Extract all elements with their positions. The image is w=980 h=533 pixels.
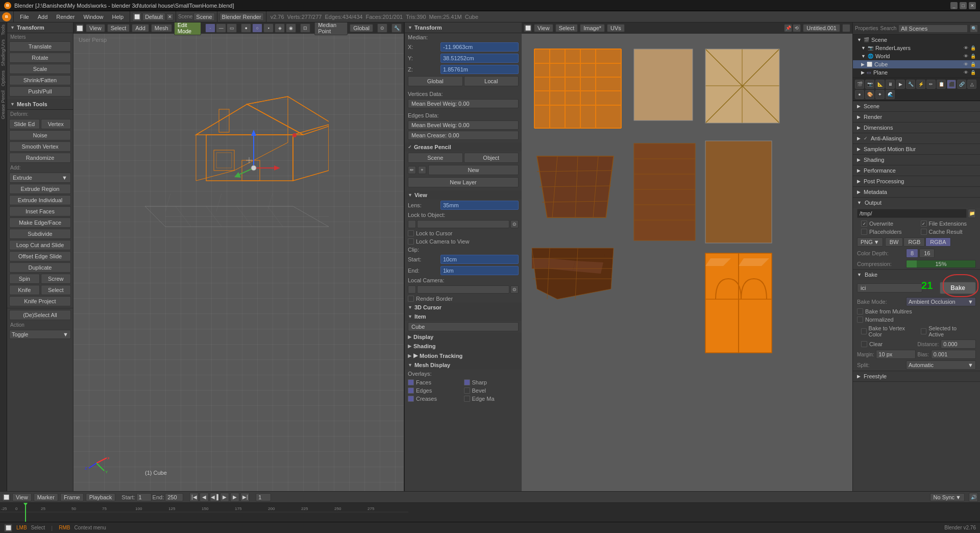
bias-field[interactable]: 0.001: [931, 350, 976, 359]
local-cam-browse[interactable]: ⊙: [510, 285, 519, 294]
viewport-shading-wire[interactable]: ○: [252, 23, 262, 33]
face-select-mode[interactable]: ▭: [227, 23, 237, 33]
action-toggle-dropdown[interactable]: Toggle▼: [9, 330, 71, 339]
slide-ed-button[interactable]: Slide Ed: [9, 119, 40, 129]
file-extensions-checkbox-row[interactable]: File Extensions: [917, 220, 976, 228]
grease-pencil-header[interactable]: ✓ Grease Pencil: [405, 142, 522, 152]
placeholders-checkbox[interactable]: [861, 229, 867, 235]
viewport-shading-material[interactable]: ◈: [275, 23, 285, 33]
end-clip-field[interactable]: 1km: [440, 266, 519, 275]
editor-type-icon[interactable]: ⬜: [132, 12, 141, 21]
viewport-shading-solid[interactable]: ●: [241, 23, 251, 33]
play-back-btn[interactable]: ◀▐: [210, 493, 219, 502]
randomize-button[interactable]: Randomize: [9, 153, 71, 163]
cache-result-checkbox[interactable]: [921, 229, 927, 235]
transform-global-dropdown[interactable]: Global: [350, 24, 373, 32]
view-header[interactable]: ▼ View: [405, 190, 522, 200]
prop-scene-icon[interactable]: 🎬: [855, 80, 864, 89]
tools-vertical-tab[interactable]: Tools: [0, 22, 7, 37]
viewport-shading-render[interactable]: ◉: [286, 23, 296, 33]
uv-tool-icon[interactable]: [842, 24, 850, 32]
lock-obj-icon[interactable]: [408, 220, 416, 228]
mean-bevel-weig-v[interactable]: Mean Bevel Weig: 0.00: [408, 99, 519, 108]
extrude-region-button[interactable]: Extrude Region: [9, 184, 71, 194]
prop-dimensions-icon[interactable]: 📐: [875, 80, 885, 89]
local-cam-icon[interactable]: [408, 285, 416, 294]
timeline-audio-icon[interactable]: 🔊: [969, 493, 978, 502]
timeline-editor-type[interactable]: ⬜: [2, 493, 10, 501]
item-field[interactable]: Cube: [408, 322, 519, 331]
bake-multires-checkbox[interactable]: [857, 308, 863, 314]
display-header[interactable]: ▶ Display: [405, 332, 522, 342]
spin-button[interactable]: Spin: [9, 274, 40, 284]
output-path-browse[interactable]: 📁: [968, 209, 976, 218]
color-depth-8[interactable]: 8: [906, 249, 918, 258]
output-path-field[interactable]: /tmp/: [857, 209, 967, 218]
prop-output-icon[interactable]: 🖥: [886, 80, 895, 89]
overwrite-checkbox[interactable]: [861, 221, 867, 227]
prop-data-icon[interactable]: △: [967, 80, 976, 89]
sharp-checkbox[interactable]: [464, 379, 470, 385]
clear-checkbox[interactable]: [861, 341, 867, 347]
scene-tree-plane[interactable]: ▶ ▭ Plane 👁 🔒: [853, 68, 980, 77]
uv-pin-icon[interactable]: 📌: [784, 24, 792, 32]
selected-to-active-checkbox[interactable]: [921, 328, 927, 334]
gp-plus-icon[interactable]: +: [418, 166, 426, 174]
start-clip-field[interactable]: 10cm: [440, 255, 519, 264]
offset-edge-slide-button[interactable]: Offset Edge Slide: [9, 251, 71, 261]
menu-help[interactable]: Help: [108, 13, 128, 21]
status-editor-icon[interactable]: ⬜: [4, 524, 12, 532]
inset-faces-button[interactable]: Inset Faces: [9, 206, 71, 216]
prop-material-icon[interactable]: ●: [855, 90, 864, 99]
uv-select-menu[interactable]: Select: [555, 24, 578, 32]
viewport-shading-texture[interactable]: ▪: [263, 23, 274, 33]
scene-gp-button[interactable]: Scene: [408, 153, 463, 163]
select-menu[interactable]: Select: [107, 24, 130, 32]
sampled-motion-blur-header[interactable]: ▶ Sampled Motion Blur: [853, 144, 980, 154]
maximize-button[interactable]: □: [960, 2, 967, 9]
gp-pencil-icon[interactable]: ✏: [408, 166, 416, 174]
scene-tree-renderlayers[interactable]: ▼ 📷 RenderLayers 👁 🔒: [853, 44, 980, 52]
mesh-menu[interactable]: Mesh: [151, 24, 172, 32]
uv-uvs-menu[interactable]: UVs: [607, 24, 625, 32]
prev-frame-btn[interactable]: ◀: [200, 493, 209, 502]
lens-field[interactable]: 35mm: [440, 201, 519, 210]
faces-checkbox[interactable]: [408, 379, 414, 385]
y-field[interactable]: 38.51252cm: [440, 54, 519, 63]
performance-header[interactable]: ▶ Performance: [853, 165, 980, 176]
placeholders-checkbox-row[interactable]: Placeholders: [857, 228, 917, 236]
deselect-all-button[interactable]: (De)Select All: [9, 310, 71, 320]
scene-tree-scene[interactable]: ▼ 🎬 Scene: [853, 36, 980, 44]
bw-btn[interactable]: BW: [885, 237, 903, 247]
menu-file[interactable]: File: [16, 13, 33, 21]
x-field[interactable]: -11.9063cm: [440, 42, 519, 52]
untitled-image-label[interactable]: Untitled.001: [803, 24, 840, 32]
edges-checkbox[interactable]: [408, 387, 414, 394]
normalized-checkbox[interactable]: [857, 317, 863, 323]
viewport-editor-type[interactable]: ⬜: [76, 24, 84, 32]
prop-bake-icon[interactable]: 🔧: [906, 80, 915, 89]
smooth-vertex-button[interactable]: Smooth Vertex: [9, 141, 71, 152]
output-header[interactable]: ▼ Output: [853, 198, 980, 208]
normalized-checkbox-row[interactable]: Normalized: [853, 316, 980, 324]
uv-sync-icon[interactable]: ⟲: [793, 24, 801, 32]
go-start-btn[interactable]: |◀: [189, 493, 199, 502]
lock-cursor-checkbox[interactable]: [408, 230, 414, 236]
knife-button[interactable]: Knife: [9, 285, 40, 295]
timeline-frame-menu[interactable]: Frame: [60, 493, 84, 501]
extrude-individual-button[interactable]: Extrude Individual: [9, 195, 71, 205]
bake-vertex-color-checkbox[interactable]: [861, 328, 867, 334]
lock-obj-browse[interactable]: ⊙: [510, 220, 519, 228]
prop-anim-icon[interactable]: ▶: [896, 80, 905, 89]
bevel-checkbox[interactable]: [464, 387, 470, 394]
current-frame-field[interactable]: 1: [256, 493, 271, 501]
loop-cut-slide-button[interactable]: Loop Cut and Slide: [9, 240, 71, 250]
cursor-3d-header[interactable]: ▼ 3D Cursor: [405, 303, 522, 312]
prop-render-icon[interactable]: 📷: [865, 80, 874, 89]
shading-prop-header[interactable]: ▶ Shading: [853, 155, 980, 165]
metadata-header[interactable]: ▶ Metadata: [853, 187, 980, 197]
scene-dropdown[interactable]: Scene: [193, 13, 214, 21]
prop-texture-icon[interactable]: 🎨: [865, 90, 874, 99]
proportional-edit[interactable]: ⊙: [377, 23, 387, 33]
search-tab[interactable]: Search: [880, 26, 897, 31]
